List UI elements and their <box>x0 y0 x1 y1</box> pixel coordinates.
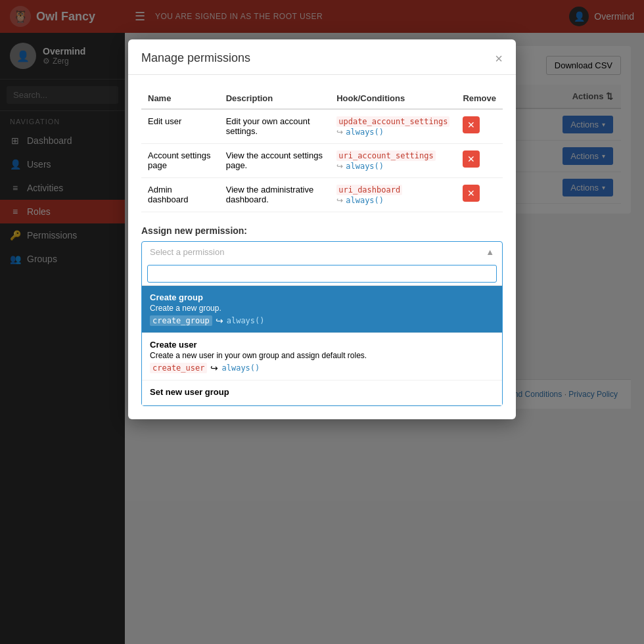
hook-arrow-0: ↪ <box>336 127 343 137</box>
perm-col-remove: Remove <box>456 88 503 109</box>
dropdown-item-always-1: always() <box>221 363 260 373</box>
dropdown-item-desc-1: Create a new user in your own group and … <box>150 351 494 360</box>
select-search <box>142 262 502 286</box>
dropdown-item-name-0: Create group <box>150 292 494 302</box>
dropdown-item-hook-1: create_user <box>150 363 207 373</box>
perm-name-1: Account settings page <box>141 144 219 178</box>
select-search-input[interactable] <box>147 265 497 283</box>
dropdown-item-desc-0: Create a new group. <box>150 304 494 313</box>
always-code-2: always() <box>346 196 384 205</box>
dropdown-item-always-0: always() <box>227 316 265 325</box>
dropdown-arrow-0: ↪ <box>216 315 223 326</box>
permissions-table: Name Description Hook/Conditions Remove … <box>141 88 503 212</box>
select-dropdown: Create group Create a new group. create_… <box>142 286 502 405</box>
select-placeholder: Select a permission <box>150 247 224 257</box>
perm-name-0: Edit user <box>141 109 219 144</box>
modal-title: Manage permissions <box>141 51 250 65</box>
perm-desc-1: View the account settings page. <box>219 144 331 178</box>
dropdown-item-1[interactable]: Create user Create a new user in your ow… <box>142 333 502 380</box>
hook-code-0: update_account_settings <box>336 116 449 127</box>
always-code-0: always() <box>346 127 384 137</box>
perm-row-2: Admin dashboard View the administrative … <box>141 178 503 212</box>
modal-close-button[interactable]: × <box>495 52 503 65</box>
dropdown-item-name-1: Create user <box>150 340 494 350</box>
perm-col-name: Name <box>141 88 219 109</box>
permission-select-container: Select a permission ▲ Create group Creat… <box>141 241 503 406</box>
dropdown-item-2[interactable]: Set new user group <box>142 380 502 405</box>
perm-row-0: Edit user Edit your own account settings… <box>141 109 503 144</box>
perm-desc-0: Edit your own account settings. <box>219 109 331 144</box>
dropdown-item-name-2: Set new user group <box>150 387 494 397</box>
hook-arrow-1: ↪ <box>336 162 343 171</box>
perm-hook-0: update_account_settings ↪ always() <box>330 109 456 144</box>
modal-header: Manage permissions × <box>128 39 516 75</box>
perm-name-2: Admin dashboard <box>141 178 219 212</box>
always-code-1: always() <box>346 162 384 171</box>
hook-code-1: uri_account_settings <box>336 150 436 161</box>
perm-row-1: Account settings page View the account s… <box>141 144 503 178</box>
perm-desc-2: View the administrative dashboard. <box>219 178 331 212</box>
select-arrow-icon: ▲ <box>486 247 494 257</box>
perm-col-hook: Hook/Conditions <box>330 88 456 109</box>
dropdown-arrow-1: ↪ <box>210 363 218 373</box>
dropdown-item-hook-0: create_group <box>150 315 212 326</box>
modal-overlay[interactable]: Manage permissions × Name Description Ho… <box>0 0 644 644</box>
remove-perm-button-1[interactable]: ✕ <box>463 150 480 168</box>
assign-section: Assign new permission: Select a permissi… <box>141 225 503 406</box>
hook-arrow-2: ↪ <box>336 196 343 205</box>
remove-perm-button-0[interactable]: ✕ <box>463 116 480 133</box>
perm-col-description: Description <box>219 88 331 109</box>
hook-code-2: uri_dashboard <box>336 185 402 195</box>
assign-label: Assign new permission: <box>141 225 503 236</box>
dropdown-item-0[interactable]: Create group Create a new group. create_… <box>142 286 502 333</box>
perm-hook-1: uri_account_settings ↪ always() <box>330 144 456 178</box>
perm-hook-2: uri_dashboard ↪ always() <box>330 178 456 212</box>
modal-body: Name Description Hook/Conditions Remove … <box>128 75 516 419</box>
select-display[interactable]: Select a permission ▲ <box>142 242 502 262</box>
remove-perm-button-2[interactable]: ✕ <box>463 185 480 202</box>
modal: Manage permissions × Name Description Ho… <box>128 39 516 419</box>
